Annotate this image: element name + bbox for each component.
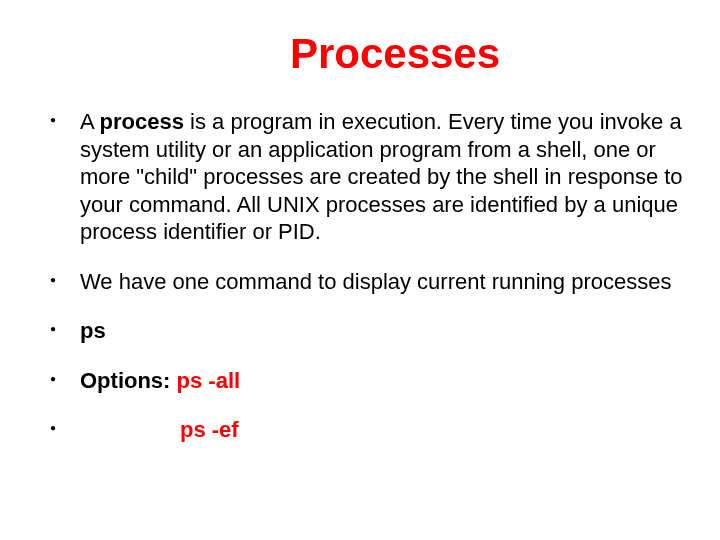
list-item: We have one command to display current r… [50, 268, 700, 296]
list-item: Options: ps -all [50, 367, 700, 395]
bullet-list: A process is a program in execution. Eve… [30, 108, 700, 444]
command-text: ps [80, 318, 106, 343]
options-label: Options: [80, 368, 177, 393]
list-item: ps -ef [50, 416, 700, 444]
bold-text: process [100, 109, 184, 134]
list-item: ps [50, 317, 700, 345]
slide: Processes A process is a program in exec… [0, 0, 720, 540]
list-item: A process is a program in execution. Eve… [50, 108, 700, 246]
command-text: ps -ef [180, 416, 239, 444]
text-fragment: We have one command to display current r… [80, 269, 671, 294]
text-fragment: A [80, 109, 100, 134]
slide-title: Processes [90, 30, 700, 78]
command-text: ps -all [177, 368, 241, 393]
